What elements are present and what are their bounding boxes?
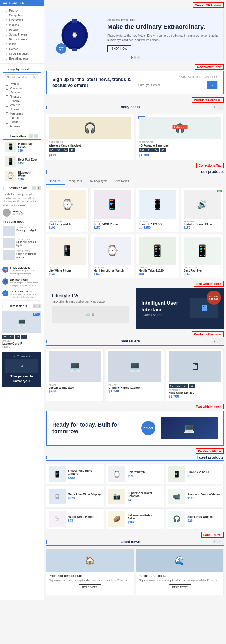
coll-img-4 bbox=[49, 237, 86, 265]
read-more-0[interactable]: READ MORE bbox=[79, 584, 101, 590]
popular-item-2[interactable]: 20 Feb, 2020 Proin non tempor massa bbox=[3, 250, 41, 260]
bs-price-1: $1,240 bbox=[108, 389, 161, 393]
popular-info-1: 20 Feb, 2020 Nulla euismod elit ligula bbox=[16, 238, 41, 248]
slideshow-label-wrap: Simple Slideshow bbox=[46, 2, 224, 9]
sidebar: CATEGORIES Fashion Computers Electronics… bbox=[0, 0, 44, 600]
coll-product-2[interactable]: ULTRIIES Phone 7.2 128GB from $159 bbox=[136, 188, 179, 232]
latest-news-header: latest news ‹ › bbox=[46, 539, 224, 546]
pm-img-0: 📱 bbox=[49, 466, 66, 482]
bestsellers-next[interactable]: › bbox=[34, 134, 38, 138]
bs-card-1[interactable]: TEMPO Ultimate Hybrid Laptop $1,240 bbox=[106, 348, 164, 401]
news-next[interactable]: › bbox=[218, 539, 224, 544]
coll-price-3: $159 bbox=[184, 226, 221, 229]
coll-product-5[interactable]: BASSENT Multi-functional Watch $450 bbox=[91, 234, 134, 278]
brand-ultrices[interactable]: Ultrices bbox=[3, 107, 41, 112]
watch-badge: 25% OFF bbox=[56, 43, 66, 54]
sidebar-item-music[interactable]: Music bbox=[3, 42, 41, 47]
daily-deals-next[interactable]: › bbox=[218, 104, 224, 110]
daily-deal-0[interactable]: CURABITOR Wireless Curve Headset 59 18 2… bbox=[46, 114, 134, 160]
deal-badge: 11% bbox=[33, 313, 40, 316]
dot-1[interactable] bbox=[134, 56, 136, 59]
shop-now-button[interactable]: SHOP NOW bbox=[107, 45, 131, 52]
bs-card-2[interactable]: 🖥 50 21 24 23 PHASERIT HMD Black Display… bbox=[166, 348, 224, 401]
brand-luctus[interactable]: Luctus bbox=[3, 120, 41, 124]
daily-deal-1[interactable]: 11% SOLD OUT CURABITOR HD Portable Earph… bbox=[136, 114, 224, 160]
pm-item-6[interactable]: 🖱 Magic White Mouse $43 bbox=[46, 508, 104, 529]
brand-rhoncus[interactable]: Rhoncus bbox=[3, 95, 41, 99]
bestseller-item-2[interactable]: ⌚ Bluetooth Watch $399 bbox=[3, 169, 41, 183]
coll-price-6: $99 bbox=[139, 272, 176, 276]
brand-maecenas[interactable]: Maecenas bbox=[3, 112, 41, 116]
newsletter-submit-button[interactable]: → bbox=[207, 81, 217, 89]
author-details: JAMES, Jun 5, 2020 bbox=[12, 210, 24, 215]
pm-label-wrap: Products Matrix bbox=[46, 448, 224, 455]
sidebar-item-sound-players[interactable]: Sound Players bbox=[3, 32, 41, 37]
pm-item-1[interactable]: ⌚ Smart Watch $599 bbox=[106, 464, 164, 484]
coll-product-6[interactable]: PHAVERIT Mobile Tabs E2020 $99 bbox=[136, 234, 179, 278]
dot-2[interactable] bbox=[137, 56, 140, 59]
brand-laoreet[interactable]: Laoreet bbox=[3, 116, 41, 120]
sidebar-item-popular[interactable]: Popular bbox=[3, 27, 41, 32]
ti3-left-img: ⌨️ 🖥 bbox=[52, 306, 129, 323]
popular-item-0[interactable]: 20 Feb, 2020 Posce purus ligula bbox=[3, 226, 41, 236]
coll-name-2: Phone 7.2 128GB bbox=[139, 223, 176, 226]
pm-item-8[interactable]: 🎧 Silent Plus Wireless $29 bbox=[166, 508, 224, 529]
brand-venenatis[interactable]: Venenatis bbox=[3, 86, 41, 90]
pm-img-3: 🖥 bbox=[49, 489, 66, 504]
daily-deals-prev[interactable]: ‹ bbox=[212, 104, 218, 110]
bs-card-0[interactable]: TEMPO Laptop Workspace $700 bbox=[46, 348, 104, 401]
tab-electronics[interactable]: electronics bbox=[111, 178, 133, 185]
newsletter-email-input[interactable] bbox=[135, 81, 207, 89]
coll-price-5: $450 bbox=[94, 272, 131, 276]
brand-fringilla[interactable]: Fringilla bbox=[3, 99, 41, 103]
sidebar-item-computers[interactable]: Computers bbox=[3, 13, 41, 18]
brand-aptasus[interactable]: Aptasus bbox=[3, 124, 41, 128]
tab-computers[interactable]: computers bbox=[65, 178, 86, 185]
sidebar-item-games[interactable]: Games bbox=[3, 47, 41, 51]
search-input[interactable] bbox=[7, 76, 32, 79]
coll-product-3[interactable]: 1% BASSENT Portable Sound Player $159 bbox=[181, 188, 224, 232]
brand-dapibus[interactable]: Dapibus bbox=[3, 90, 41, 95]
pm-item-0[interactable]: 📱 Smartphone triple Camera $380 bbox=[46, 464, 104, 484]
pm-item-5[interactable]: 📹 Standard Zoom Webcam $150 bbox=[166, 486, 224, 507]
coll-product-0[interactable]: CURABITOR Pink Lady Watch $199 bbox=[46, 188, 89, 232]
brand-pretium[interactable]: Pretium bbox=[3, 82, 41, 86]
bestseller-item-0[interactable]: 📱 Mobile Tabs E2020 $99 bbox=[3, 140, 41, 154]
sidebar-item-fashion[interactable]: Fashion bbox=[3, 8, 41, 13]
sidebar-item-sport[interactable]: Sport & tourism bbox=[3, 51, 41, 56]
brand-vehicula[interactable]: Vehicula bbox=[3, 103, 41, 107]
bs-carousel-next[interactable]: › bbox=[218, 338, 224, 344]
news-prev[interactable]: ‹ bbox=[212, 539, 218, 544]
popular-item-1[interactable]: 20 Feb, 2020 Nulla euismod elit ligula bbox=[3, 238, 41, 248]
coll-product-1[interactable]: FUZER Pixel, 64GB Phone $159 bbox=[91, 188, 134, 232]
bestseller-item-1[interactable]: 📱 Best Pad Ever $159 bbox=[3, 154, 41, 169]
pm-item-4[interactable]: 📷 Superssom Travel Cameras $410 bbox=[106, 486, 164, 507]
testimonials-prev[interactable]: ‹ bbox=[32, 186, 36, 190]
coll-product-7[interactable]: CURABITOR Best Pad Ever $159 bbox=[181, 234, 224, 278]
deal-price: $1,500 bbox=[2, 345, 41, 348]
tab-mobiles[interactable]: mobiles bbox=[46, 178, 65, 185]
newsletter-label-wrap: Newsletter Form bbox=[46, 64, 224, 71]
features-section: 🚚 FREE DELIVERY Cras pellentesque, mi et… bbox=[0, 263, 44, 302]
tab-sound-players[interactable]: sound-players bbox=[86, 178, 111, 185]
bs-brand-2: PHASERIT bbox=[169, 389, 221, 391]
testimonials-next[interactable]: › bbox=[37, 186, 41, 190]
deals-prev[interactable]: ‹ bbox=[33, 304, 37, 308]
deal-timer-0: 59 18 24 40 bbox=[49, 148, 131, 152]
sidebar-item-mobiles[interactable]: Mobiles bbox=[3, 23, 41, 27]
dot-0[interactable] bbox=[131, 56, 133, 59]
deals-next[interactable]: › bbox=[37, 304, 41, 308]
pm-item-3[interactable]: 🖥 Mega Pixel Wide Display $870 bbox=[46, 486, 104, 507]
coll-brand-7: CURABITOR bbox=[184, 267, 221, 269]
sidebar-item-electronics[interactable]: Electronics bbox=[3, 18, 41, 23]
sidebar-item-gifts[interactable]: Gifts & flowers bbox=[3, 37, 41, 42]
brand-search-box[interactable]: 🔍 bbox=[5, 74, 38, 80]
pm-item-2[interactable]: 📱 Phone 7.2 128GB $139 bbox=[166, 464, 224, 484]
deal-timer: 18 18 24 39 bbox=[2, 335, 41, 339]
coll-product-4[interactable]: ULTRIIES Lite White Phone $139 bbox=[46, 234, 89, 278]
read-more-1[interactable]: READ MORE bbox=[169, 584, 191, 590]
pm-item-7[interactable]: 🥔 Bakemation Potato Baker $169 bbox=[106, 508, 164, 529]
bs-carousel-prev[interactable]: ‹ bbox=[212, 338, 218, 344]
bestsellers-prev[interactable]: ‹ bbox=[29, 134, 33, 138]
sidebar-item-everything[interactable]: Everything else bbox=[3, 56, 41, 61]
